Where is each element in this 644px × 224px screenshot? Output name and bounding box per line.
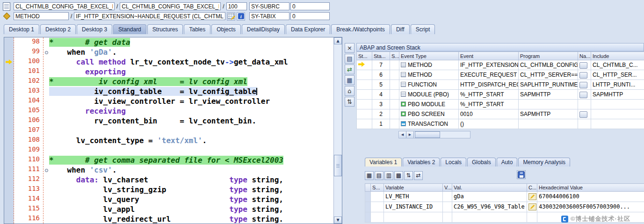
line-number[interactable]: 111 [14,165,43,175]
tab-variables-2[interactable]: Variables 2 [403,158,440,166]
stack-event[interactable]: EXECUTE_REQUEST [459,70,519,80]
table-change-icon[interactable]: ▥ [384,171,393,180]
code-line[interactable]: receiving [43,106,333,116]
breakpoint-gutter-cell[interactable] [4,204,14,214]
include-field[interactable] [120,2,221,10]
breakpoint-gutter-cell[interactable] [4,116,14,126]
tab-objects[interactable]: Objects [211,24,241,34]
var-col-val[interactable]: Val. [452,184,527,192]
tab-data-explorer[interactable]: Data Explorer [286,24,330,34]
line-number[interactable]: 102 [14,77,43,87]
scroll-left-icon[interactable]: ◀ [399,131,406,138]
stack-col-na[interactable]: Na... [578,52,591,60]
info-button[interactable]: i [237,12,245,21]
breakpoint-gutter-cell[interactable] [4,175,14,185]
breakpoint-gutter[interactable] [4,37,14,224]
var-col-variable[interactable]: Variable [384,184,443,192]
stack-row[interactable]: 7METHODIF_HTTP_EXTENSION~H...CL_CHTMLB_C… [357,60,644,70]
breakpoint-gutter-cell[interactable] [4,47,14,57]
breakpoint-gutter-cell[interactable] [4,195,14,204]
hscroll-track[interactable] [414,131,470,138]
display-change-button[interactable] [227,12,235,21]
save-icon[interactable] [517,170,526,179]
code-line[interactable]: iv_view_controller = lr_view_controller [43,96,333,106]
stack-include[interactable]: CL_CHTMLB_C... [591,60,644,70]
main-program-field[interactable] [14,2,115,10]
row-selector[interactable] [365,202,371,212]
stack-include[interactable]: LHTTP_RUNTI... [591,80,644,90]
tab-auto[interactable]: Auto [497,158,518,166]
line-number[interactable]: 104 [14,96,43,106]
line-number[interactable]: 98 [14,37,43,47]
code-line[interactable]: when 'gDa'. [43,47,333,57]
code-line[interactable] [43,126,333,136]
stack-program[interactable]: SAPLHTTP_RUNTIME [519,80,578,90]
stack-col-include[interactable]: Include [591,52,644,60]
change-value-button[interactable] [528,193,536,200]
code-line[interactable]: iv_config_table = lv_config_table [43,87,333,96]
tab-detaildisplay[interactable]: DetailDisplay [242,24,285,34]
tab-script[interactable]: Script [411,24,435,34]
sy-tabix-field[interactable] [249,12,289,20]
tab-locals[interactable]: Locals [441,158,466,166]
breakpoint-gutter-cell[interactable] [4,165,14,175]
variable-row[interactable]: LV_INSTANCE_IDC26_W95_V96_V98_Table43003… [365,202,644,212]
line-number[interactable]: 100 [14,57,43,67]
stack-row[interactable]: 2PBO SCREEN0010SAPMHTTP [357,109,644,119]
code-line[interactable]: lv_appl type string, [43,204,333,214]
scroll-thumb[interactable] [334,155,342,176]
line-number[interactable]: 114 [14,195,43,204]
navigate-icon[interactable] [579,92,587,98]
stack-col-program[interactable]: Program [519,52,578,60]
line-number[interactable]: 110 [14,155,43,165]
line-number[interactable]: 116 [14,214,43,224]
stack-col-event[interactable]: Event [459,52,519,60]
stack-hscrollbar[interactable]: ◀ ▶ [398,131,470,138]
tab-standard[interactable]: Standard [113,24,146,34]
line-number[interactable]: 107 [14,126,43,136]
code-line[interactable]: lv_string_gzip type string, [43,185,333,195]
stack-row[interactable]: 5FUNCTIONHTTP_DISPATCH_REQU...SAPLHTTP_R… [357,80,644,90]
breakpoint-gutter-cell[interactable] [4,57,14,67]
breakpoint-gutter-cell[interactable] [4,106,14,116]
column-layout-icon[interactable]: ▩ [394,171,403,180]
code-line[interactable]: data: lv_charset type string, [43,175,333,185]
navigate-icon[interactable] [579,62,587,69]
variable-row[interactable]: LV_METHgDa670044006100 [365,192,644,202]
row-selector[interactable] [365,192,371,202]
stack-col-s[interactable]: S... [390,52,399,60]
swap-icon[interactable]: ⇄ [345,65,355,74]
var-col-c[interactable]: C... [527,184,537,192]
breakpoint-gutter-cell[interactable] [4,126,14,136]
breakpoint-gutter-cell[interactable] [4,145,14,155]
services-icon[interactable]: ⇅ [345,97,355,107]
code-line[interactable]: lv_redirect_url type string. [43,214,333,224]
code-line[interactable] [43,145,333,155]
stack-row[interactable]: 6METHODEXECUTE_REQUESTCL_HTTP_SERVER====… [357,70,644,80]
new-window-icon[interactable]: ▤ [345,54,355,64]
tab-globals[interactable]: Globals [467,158,496,166]
stack-col-sta[interactable]: Sta... [372,52,390,60]
compare-icon[interactable]: ⇄ [414,171,423,180]
home-icon[interactable]: ⌂ [345,86,355,96]
tab-variables-1[interactable]: Variables 1 [365,158,402,166]
stack-row[interactable]: 3PBO MODULE%_HTTP_START [357,100,644,109]
code-line[interactable]: lv_content_type = 'text/xml'. [43,136,333,145]
var-col-hexadecimal-value[interactable]: Hexadecimal Value [537,184,644,192]
code-line[interactable]: when 'csv'. [43,165,333,175]
line-number[interactable]: 103 [14,87,43,96]
tab-break-watchpoints[interactable]: Break./Watchpoints [331,24,390,34]
breakpoint-gutter-cell[interactable] [4,77,14,87]
tab-diff[interactable]: Diff [391,24,410,34]
line-number[interactable]: 109 [14,145,43,155]
breakpoint-gutter-cell[interactable] [4,155,14,165]
sy-subrc-field[interactable] [249,2,289,10]
code-line[interactable]: * iv config xml = lv config xml [43,77,333,87]
line-number[interactable]: 105 [14,106,43,116]
tab-desktop-1[interactable]: Desktop 1 [4,24,39,34]
table-delete-icon[interactable]: ▤ [375,171,384,180]
code-line[interactable]: rv_content_bin = lv_content_bin. [43,116,333,126]
scroll-up-icon[interactable]: ▲ [334,37,342,44]
row-selector[interactable] [365,212,371,223]
line-number[interactable]: 112 [14,175,43,185]
